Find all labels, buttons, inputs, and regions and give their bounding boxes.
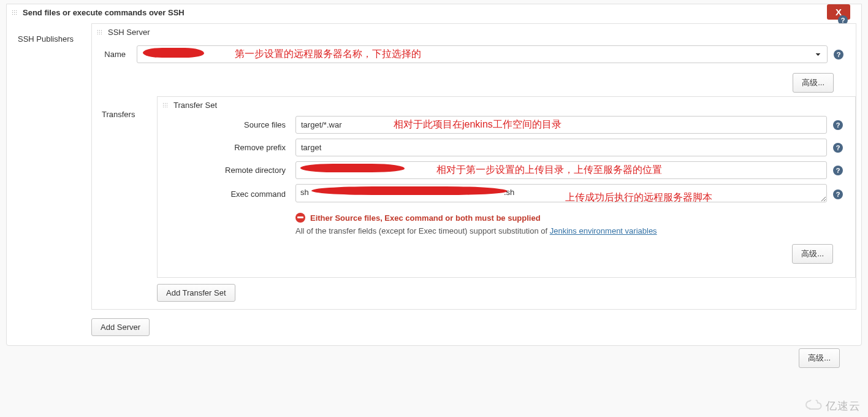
remove-prefix-label: Remove prefix — [158, 143, 295, 152]
exec-value-suffix: .sh — [504, 188, 514, 197]
ssh-publishers-label: SSH Publishers — [12, 21, 91, 336]
remote-directory-label: Remote directory — [158, 166, 295, 175]
source-files-input[interactable] — [295, 116, 827, 134]
transfers-label: Transfers — [96, 94, 157, 302]
exec-command-input[interactable] — [295, 184, 827, 202]
transfer-set-title: Transfer Set — [173, 101, 217, 110]
help-icon[interactable]: ? — [833, 189, 843, 199]
help-icon[interactable]: ? — [834, 50, 843, 59]
error-message: Either Source files, Exec command or bot… — [310, 213, 541, 223]
ssh-server-name-select[interactable] — [137, 45, 828, 63]
remove-prefix-input[interactable] — [295, 139, 827, 156]
help-icon[interactable]: ? — [833, 143, 843, 153]
exec-value-prefix: sh — [300, 188, 309, 197]
section-title: Send files or execute commands over SSH — [23, 8, 185, 17]
ssh-server-title: SSH Server — [108, 28, 150, 37]
error-icon — [295, 213, 305, 223]
ssh-server-panel: SSH Server Name 第一步设置的远程服务器名称，下拉选择的 ? — [91, 23, 856, 310]
add-transfer-set-button[interactable]: Add Transfer Set — [157, 284, 235, 302]
exec-command-label: Exec command — [158, 189, 295, 199]
name-label: Name — [92, 50, 137, 59]
outer-advanced-button[interactable]: 高级... — [799, 348, 840, 368]
help-icon[interactable]: ? — [833, 166, 843, 175]
remote-directory-input[interactable] — [295, 161, 827, 179]
add-server-button[interactable]: Add Server — [91, 318, 150, 336]
transfer-note: All of the transfer fields (except for E… — [295, 224, 827, 235]
drag-handle-icon[interactable] — [162, 102, 169, 109]
env-vars-link[interactable]: Jenkins environment variables — [550, 226, 657, 235]
transfer-advanced-button[interactable]: 高级... — [792, 244, 833, 264]
drag-handle-icon[interactable] — [97, 29, 103, 36]
drag-handle-icon[interactable] — [12, 10, 18, 16]
ssh-server-advanced-button[interactable]: 高级... — [793, 73, 834, 93]
help-icon[interactable]: ? — [833, 120, 843, 130]
transfer-set-panel: Transfer Set Source files 相对于此项目在jenkins… — [157, 96, 856, 278]
source-files-label: Source files — [158, 120, 295, 129]
